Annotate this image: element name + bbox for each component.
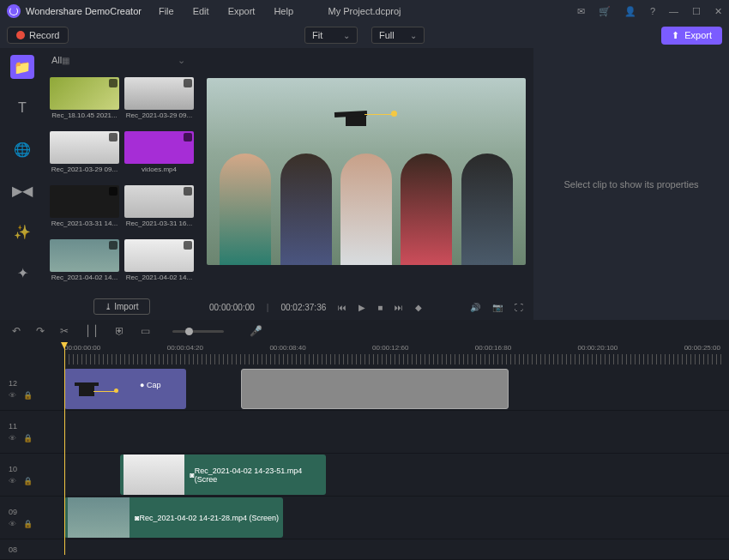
lock-icon[interactable]: 🔒 — [23, 520, 33, 528]
full-select[interactable]: Full — [371, 27, 425, 44]
clip-drop-target[interactable] — [241, 369, 509, 409]
record-label: Record — [29, 30, 59, 40]
mic-icon[interactable]: 🎤 — [250, 325, 262, 337]
text-tab[interactable]: T — [10, 96, 34, 120]
lock-icon[interactable]: 🔒 — [23, 391, 33, 400]
redo-icon[interactable]: ↷ — [36, 325, 45, 337]
timeline-ruler[interactable]: 00:00:00:0000:00:04:2000:00:08:4000:00:1… — [0, 342, 729, 368]
cursor-icon[interactable]: ◆ — [415, 303, 422, 312]
media-thumb[interactable]: Rec_2021-04-02 14... — [50, 239, 119, 288]
document-name: My Project.dcproj — [328, 6, 401, 16]
media-thumb[interactable]: Rec_18.10.45 2021... — [50, 77, 119, 126]
track-row: 10👁🔒 ◙ Rec_2021-04-02 14-23-51.mp4 (Scre… — [0, 454, 729, 497]
toolbar: Record Fit Full ⬆ Export — [0, 22, 729, 48]
timeline-tracks: 12👁🔒 ● Cap 11👁🔒 10👁🔒 ◙ Rec_2021-04-02 14… — [0, 368, 729, 560]
visibility-icon[interactable]: 👁 — [9, 434, 16, 443]
preview-canvas[interactable] — [199, 48, 533, 294]
menu-file[interactable]: File — [159, 6, 174, 16]
export-button[interactable]: ⬆ Export — [661, 27, 722, 45]
thumbnail-grid: Rec_18.10.45 2021... Rec_2021-03-29 09..… — [45, 72, 199, 293]
media-thumb[interactable]: Rec_2021-03-29 09... — [124, 77, 194, 126]
split-icon[interactable]: ⎪⎪ — [84, 325, 99, 337]
crop-icon[interactable]: ✂ — [60, 325, 69, 337]
help-icon[interactable]: ? — [650, 6, 655, 16]
transition-tab[interactable]: ▶◀ — [10, 178, 34, 202]
playhead[interactable] — [64, 342, 65, 555]
track-row: 11👁🔒 — [0, 411, 729, 454]
volume-icon[interactable]: 🔊 — [470, 303, 480, 312]
import-button[interactable]: ⤓ Import — [93, 298, 149, 315]
visibility-icon[interactable]: 👁 — [9, 477, 16, 485]
menu-edit[interactable]: Edit — [193, 6, 209, 16]
media-filter[interactable]: All — [51, 55, 62, 65]
visibility-icon[interactable]: 👁 — [9, 520, 16, 528]
media-thumb[interactable]: Rec_2021-03-31 16... — [124, 185, 194, 234]
preview-panel: 00:00:00:00 | 00:02:37:36 ⏮ ▶ ■ ⏭ ◆ 🔊 📷 … — [199, 48, 533, 320]
effects-tab[interactable]: ✨ — [10, 220, 34, 244]
stop-icon[interactable]: ■ — [377, 303, 383, 312]
play-icon[interactable]: ▶ — [358, 303, 365, 312]
user-icon[interactable]: 👤 — [624, 6, 636, 17]
cap-overlay[interactable] — [334, 111, 377, 126]
clip-video[interactable]: ◙ Rec_2021-04-02 14-23-51.mp4 (Scree — [120, 455, 326, 495]
cart-icon[interactable]: 🛒 — [599, 6, 611, 17]
time-current: 00:00:00:00 — [209, 303, 255, 312]
fit-select[interactable]: Fit — [304, 27, 358, 44]
maximize-icon[interactable]: ☐ — [692, 6, 701, 17]
media-thumb[interactable]: vidoes.mp4 — [124, 131, 194, 180]
shield-icon[interactable]: ⛨ — [115, 325, 125, 337]
menu-help[interactable]: Help — [274, 6, 293, 16]
menu-export[interactable]: Export — [228, 6, 256, 16]
grid-view-icon[interactable]: ▦ — [62, 56, 69, 65]
lock-icon[interactable]: 🔒 — [23, 434, 33, 443]
marker-icon[interactable]: ▭ — [141, 325, 150, 337]
clip-cap[interactable]: ● Cap — [64, 369, 186, 409]
mail-icon[interactable]: ✉ — [577, 6, 585, 17]
zoom-slider[interactable] — [172, 330, 224, 333]
playback-bar: 00:00:00:00 | 00:02:37:36 ⏮ ▶ ■ ⏭ ◆ 🔊 📷 … — [199, 294, 533, 320]
clip-video[interactable]: ◙ Rec_2021-04-02 14-21-28.mp4 (Screen) — [64, 497, 283, 538]
minimize-icon[interactable]: — — [669, 6, 678, 16]
upload-icon: ⬆ — [672, 30, 679, 41]
lock-icon[interactable]: 🔒 — [23, 477, 33, 485]
properties-empty: Select clip to show its properties — [563, 179, 698, 190]
media-thumb[interactable]: Rec_2021-03-29 09... — [50, 131, 119, 180]
visibility-icon[interactable]: 👁 — [9, 391, 16, 400]
title-bar: Wondershare DemoCreator File Edit Export… — [0, 0, 729, 22]
time-total: 00:02:37:36 — [280, 303, 326, 312]
record-button[interactable]: Record — [7, 27, 69, 44]
app-name: Wondershare DemoCreator — [26, 6, 142, 16]
snapshot-icon[interactable]: 📷 — [492, 303, 503, 312]
media-thumb[interactable]: Rec_2021-03-31 14... — [50, 185, 119, 234]
next-icon[interactable]: ⏭ — [395, 303, 403, 312]
track-row: 08 — [0, 539, 729, 560]
undo-icon[interactable]: ↶ — [12, 325, 21, 337]
world-tab[interactable]: 🌐 — [10, 137, 34, 161]
close-icon[interactable]: ✕ — [714, 6, 722, 17]
timeline-toolbar: ↶ ↷ ✂ ⎪⎪ ⛨ ▭ 🎤 — [0, 320, 729, 342]
media-thumb[interactable]: Rec_2021-04-02 14... — [124, 239, 194, 288]
media-panel: All ▦ Rec_18.10.45 2021... Rec_2021-03-2… — [45, 48, 199, 320]
tool-sidebar: 📁 T 🌐 ▶◀ ✨ ✦ — [0, 48, 45, 320]
record-dot-icon — [16, 31, 25, 39]
fullscreen-icon[interactable]: ⛶ — [515, 303, 523, 312]
main-menu: File Edit Export Help — [159, 6, 293, 16]
track-row: 12👁🔒 ● Cap — [0, 368, 729, 411]
properties-panel: Select clip to show its properties — [533, 48, 729, 320]
track-row: 09👁🔒 ◙ Rec_2021-04-02 14-21-28.mp4 (Scre… — [0, 497, 729, 539]
prev-icon[interactable]: ⏮ — [338, 303, 346, 312]
library-tab[interactable]: 📁 — [10, 55, 34, 79]
cursor-tab[interactable]: ✦ — [10, 261, 34, 285]
app-logo-icon — [7, 4, 21, 18]
